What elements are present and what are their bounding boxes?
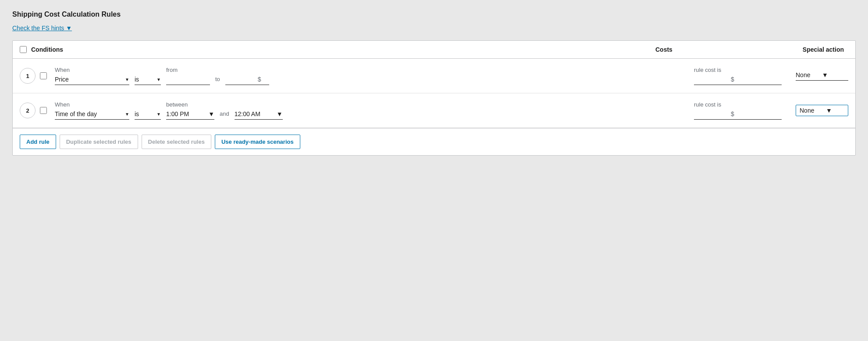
special-action-arrow-1: ▼ bbox=[822, 71, 828, 78]
header-checkbox-col: Conditions bbox=[20, 46, 72, 53]
conditions-area-1: When Price ▼ _ is ▼ from 50 bbox=[55, 67, 680, 85]
condition-field-value-2: Time of the day bbox=[55, 110, 122, 117]
rule-checkbox-1[interactable] bbox=[40, 72, 47, 79]
conditions-header: Conditions bbox=[31, 46, 63, 53]
rule-row: 1 When Price ▼ _ is ▼ from bbox=[13, 59, 855, 93]
cost-currency-1: $ bbox=[731, 76, 734, 83]
to-connector-1: to bbox=[215, 76, 220, 85]
from-group-1: from 50 bbox=[166, 67, 210, 85]
between-group-2: between 1:00 PM ▼ bbox=[166, 101, 214, 120]
cost-input-row-1: 20 $ bbox=[694, 76, 782, 85]
cost-input-row-2: $ bbox=[694, 110, 782, 120]
time-to-arrow-2: ▼ bbox=[277, 110, 283, 117]
time-to-value-2: 12:00 AM bbox=[235, 110, 277, 117]
special-action-value-1: None bbox=[796, 71, 822, 78]
time-to-group-2: _ 12:00 AM ▼ bbox=[235, 101, 283, 120]
duplicate-rules-button[interactable]: Duplicate selected rules bbox=[60, 135, 138, 149]
special-action-value-2: None bbox=[800, 107, 826, 114]
condition-field-value-1: Price bbox=[55, 76, 122, 83]
time-from-select-2[interactable]: 1:00 PM ▼ bbox=[166, 110, 214, 120]
to-group-1: _ $ bbox=[225, 67, 269, 85]
from-label-1: from bbox=[166, 67, 210, 73]
when-label-1: When bbox=[55, 67, 129, 73]
condition-field-arrow-2: ▼ bbox=[125, 112, 129, 117]
rule-number-1: 1 bbox=[20, 68, 36, 84]
cost-input-2[interactable] bbox=[694, 110, 729, 117]
add-rule-button[interactable]: Add rule bbox=[20, 135, 56, 149]
rule-cost-label-2: rule cost is bbox=[694, 101, 782, 108]
delete-rules-button[interactable]: Delete selected rules bbox=[142, 135, 211, 149]
when-field-group-1: When Price ▼ bbox=[55, 67, 129, 85]
from-input-wrapper-1: 50 bbox=[166, 76, 210, 85]
operator-select-2[interactable]: is ▼ bbox=[135, 110, 161, 120]
cost-input-1[interactable]: 20 bbox=[694, 76, 729, 83]
operator-group-1: _ is ▼ bbox=[135, 67, 161, 85]
and-connector-2: and bbox=[220, 110, 229, 120]
operator-value-1: is bbox=[135, 76, 154, 83]
use-scenarios-button[interactable]: Use ready-made scenarios bbox=[215, 135, 300, 149]
between-label-2: between bbox=[166, 101, 214, 108]
when-label-2: When bbox=[55, 101, 129, 108]
from-input-1[interactable]: 50 bbox=[166, 76, 197, 83]
time-from-arrow-2: ▼ bbox=[208, 110, 214, 117]
special-action-arrow-2: ▼ bbox=[826, 107, 832, 114]
operator-group-2: _ is ▼ bbox=[135, 101, 161, 120]
special-action-header: Special action bbox=[752, 46, 848, 53]
operator-value-2: is bbox=[135, 110, 154, 117]
special-action-area-1: None ▼ bbox=[796, 71, 848, 81]
to-currency-1: $ bbox=[258, 76, 261, 83]
special-action-area-2: None ▼ bbox=[796, 105, 848, 116]
rule-number-2: 2 bbox=[20, 103, 36, 118]
rules-table: Conditions Costs Special action 1 When P… bbox=[12, 40, 856, 156]
time-from-value-2: 1:00 PM bbox=[166, 110, 208, 117]
time-to-select-2[interactable]: 12:00 AM ▼ bbox=[235, 110, 283, 120]
condition-field-arrow-1: ▼ bbox=[125, 77, 129, 82]
table-footer: Add rule Duplicate selected rules Delete… bbox=[13, 128, 855, 155]
page-title: Shipping Cost Calculation Rules bbox=[12, 11, 856, 18]
operator-arrow-2: ▼ bbox=[157, 112, 161, 117]
conditions-area-2: When Time of the day ▼ _ is ▼ between 1:… bbox=[55, 101, 680, 120]
special-action-select-1[interactable]: None ▼ bbox=[796, 71, 848, 81]
operator-arrow-1: ▼ bbox=[157, 77, 161, 82]
table-header: Conditions Costs Special action bbox=[13, 41, 855, 59]
operator-select-1[interactable]: is ▼ bbox=[135, 76, 161, 85]
hints-link[interactable]: Check the FS hints ▼ bbox=[12, 25, 72, 32]
costs-area-2: rule cost is $ bbox=[694, 101, 782, 120]
costs-header: Costs bbox=[655, 46, 752, 53]
rule-cost-label-1: rule cost is bbox=[694, 67, 782, 73]
rule-checkbox-2[interactable] bbox=[40, 107, 47, 114]
rule-row-2: 2 When Time of the day ▼ _ is ▼ bbox=[13, 93, 855, 128]
condition-field-select-1[interactable]: Price ▼ bbox=[55, 76, 129, 85]
costs-area-1: rule cost is 20 $ bbox=[694, 67, 782, 85]
to-input-wrapper-1: $ bbox=[225, 76, 269, 85]
condition-field-select-2[interactable]: Time of the day ▼ bbox=[55, 110, 129, 120]
cost-currency-2: $ bbox=[731, 110, 734, 117]
when-field-group-2: When Time of the day ▼ bbox=[55, 101, 129, 120]
special-action-select-2[interactable]: None ▼ bbox=[796, 105, 848, 116]
to-input-1[interactable] bbox=[225, 76, 256, 83]
header-checkbox[interactable] bbox=[20, 46, 27, 53]
